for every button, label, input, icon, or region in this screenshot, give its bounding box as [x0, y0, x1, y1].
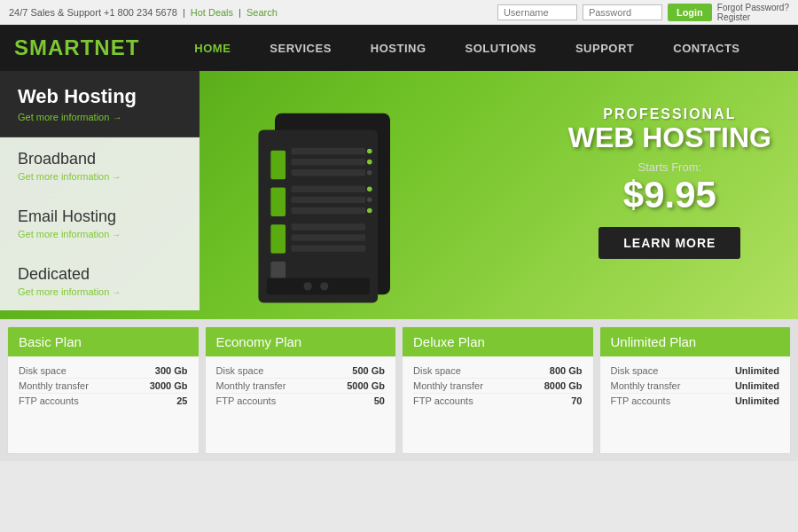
main-item-title: Web Hosting — [18, 85, 182, 108]
nav-item-hosting[interactable]: HOSTING — [351, 25, 446, 71]
hot-deals-link[interactable]: Hot Deals — [191, 7, 233, 18]
plan-row-1-1: Monthly transfer5000 Gb — [216, 379, 386, 394]
hero-main-item[interactable]: Web Hosting Get more information → — [0, 71, 200, 137]
hero-sub-item-1[interactable]: Email Hosting Get more information → — [0, 195, 200, 253]
plan-row-value: 50 — [374, 395, 385, 406]
plan-row-1-2: FTP accounts50 — [216, 394, 386, 408]
nav-item-solutions[interactable]: SOLUTIONS — [446, 25, 556, 71]
separator2: | — [239, 7, 241, 18]
hero-image-area: PROFESSIONAL WEB HOSTING Starts From: $9… — [200, 71, 798, 319]
hero-price: $9.95 — [568, 174, 771, 216]
plan-row-label: Monthly transfer — [216, 380, 286, 391]
svg-point-23 — [320, 282, 328, 290]
svg-rect-9 — [292, 186, 366, 192]
plan-row-2-0: Disk space800 Gb — [413, 364, 583, 379]
svg-rect-7 — [292, 159, 366, 165]
plan-row-label: Disk space — [216, 365, 264, 376]
svg-point-16 — [367, 160, 372, 165]
plan-row-value: 8000 Gb — [544, 380, 583, 391]
main-item-arrow — [187, 90, 200, 118]
plan-row-value: 3000 Gb — [150, 380, 188, 391]
plan-row-value: 800 Gb — [550, 365, 583, 376]
login-button[interactable]: Login — [668, 4, 712, 21]
plan-row-3-2: FTP accountsUnlimited — [611, 394, 780, 408]
plan-row-label: Monthly transfer — [413, 380, 483, 391]
nav-links: HOMESERVICESHOSTINGSOLUTIONSSUPPORTCONTA… — [175, 25, 784, 71]
plan-header-3: Unlimited Plan — [600, 327, 791, 356]
plan-row-label: Disk space — [611, 365, 659, 376]
support-text: 24/7 Sales & Support +1 800 234 5678 — [9, 7, 177, 18]
plan-card-0[interactable]: Basic PlanDisk space300 GbMonthly transf… — [7, 326, 200, 454]
sub-item-link-2[interactable]: Get more information → — [18, 286, 182, 297]
register-link[interactable]: Register — [717, 12, 789, 22]
password-input[interactable] — [583, 4, 662, 20]
plan-row-label: Disk space — [413, 365, 461, 376]
logo[interactable]: SMARTNET — [14, 35, 139, 60]
topbar-right: Login Forgot Password? Register — [497, 3, 789, 22]
nav-item-support[interactable]: SUPPORT — [556, 25, 653, 71]
plan-card-2[interactable]: Deluxe PlanDisk space800 GbMonthly trans… — [402, 326, 594, 454]
plan-row-value: 5000 Gb — [347, 380, 385, 391]
svg-rect-4 — [270, 224, 286, 254]
topbar-links: Forgot Password? Register — [717, 3, 789, 22]
hero-sub-item-0[interactable]: Broadband Get more information → — [0, 137, 200, 195]
main-item-link[interactable]: Get more information → — [18, 112, 182, 122]
separator: | — [183, 7, 185, 18]
svg-rect-8 — [292, 169, 366, 176]
nav-item-contacts[interactable]: CONTACTS — [653, 25, 759, 71]
svg-rect-10 — [292, 197, 366, 203]
plan-row-0-1: Monthly transfer3000 Gb — [19, 379, 188, 394]
username-input[interactable] — [497, 4, 577, 20]
svg-rect-21 — [267, 278, 370, 295]
plans-section: Basic PlanDisk space300 GbMonthly transf… — [0, 319, 798, 461]
sub-item-title-1: Email Hosting — [18, 207, 182, 226]
plan-body-2: Disk space800 GbMonthly transfer8000 GbF… — [403, 356, 593, 453]
plan-row-label: Monthly transfer — [611, 380, 681, 391]
plan-row-label: Monthly transfer — [19, 380, 89, 391]
plan-row-1-0: Disk space500 Gb — [216, 364, 386, 379]
forgot-password-link[interactable]: Forgot Password? — [717, 3, 789, 12]
plan-row-label: Disk space — [19, 365, 66, 376]
plan-body-1: Disk space500 GbMonthly transfer5000 GbF… — [206, 356, 396, 453]
learn-more-button[interactable]: LEARN MORE — [598, 227, 740, 259]
plan-card-1[interactable]: Economy PlanDisk space500 GbMonthly tran… — [205, 326, 397, 454]
plan-row-label: FTP accounts — [413, 395, 473, 406]
navbar: SMARTNET HOMESERVICESHOSTINGSOLUTIONSSUP… — [0, 25, 798, 71]
nav-item-home[interactable]: HOME — [175, 25, 250, 71]
plan-header-2: Deluxe Plan — [403, 327, 593, 356]
plan-row-value: Unlimited — [735, 395, 779, 406]
hero-text: PROFESSIONAL WEB HOSTING Starts From: $9… — [568, 106, 771, 259]
plan-row-2-1: Monthly transfer8000 Gb — [413, 379, 583, 394]
plan-header-0: Basic Plan — [8, 327, 199, 356]
topbar: 24/7 Sales & Support +1 800 234 5678 | H… — [0, 0, 798, 25]
logo-main: SMART — [14, 35, 94, 59]
hero-section: Web Hosting Get more information → Broad… — [0, 71, 798, 319]
svg-rect-11 — [292, 207, 366, 214]
hero-sub-item-2[interactable]: Dedicated Get more information → — [0, 253, 200, 310]
plan-card-3[interactable]: Unlimited PlanDisk spaceUnlimitedMonthly… — [599, 326, 792, 454]
svg-rect-13 — [292, 234, 366, 240]
svg-rect-12 — [292, 223, 366, 230]
hero-headline-main: WEB HOSTING — [568, 122, 771, 153]
arrow-icon-0: → — [112, 172, 121, 182]
plan-row-value: 25 — [176, 395, 187, 406]
svg-point-17 — [367, 170, 372, 176]
svg-rect-14 — [292, 245, 366, 251]
hero-headline-top: PROFESSIONAL — [568, 106, 771, 122]
plan-row-label: FTP accounts — [19, 395, 79, 406]
search-link[interactable]: Search — [246, 7, 278, 18]
plan-row-0-0: Disk space300 Gb — [19, 364, 188, 379]
plan-row-value: Unlimited — [735, 380, 779, 391]
svg-rect-6 — [292, 148, 366, 154]
sub-item-link-1[interactable]: Get more information → — [18, 229, 182, 239]
plan-body-0: Disk space300 GbMonthly transfer3000 GbF… — [8, 356, 199, 453]
plan-row-label: FTP accounts — [611, 395, 671, 406]
svg-rect-3 — [270, 187, 286, 216]
plan-row-value: 300 Gb — [155, 365, 188, 376]
plan-row-3-1: Monthly transferUnlimited — [611, 379, 780, 394]
svg-rect-2 — [270, 151, 286, 180]
sub-item-link-0[interactable]: Get more information → — [18, 171, 182, 182]
nav-item-services[interactable]: SERVICES — [250, 25, 351, 71]
svg-point-20 — [367, 208, 372, 214]
logo-accent: NET — [94, 35, 139, 59]
